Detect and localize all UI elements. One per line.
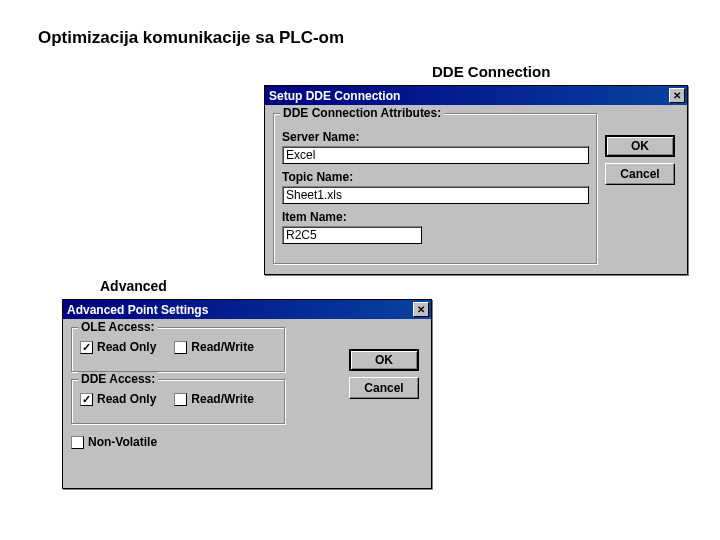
dde-read-write-label: Read/Write bbox=[191, 392, 253, 406]
close-icon[interactable]: ✕ bbox=[413, 302, 429, 317]
ole-read-write-checkbox[interactable]: Read/Write bbox=[174, 340, 253, 354]
ok-button[interactable]: OK bbox=[605, 135, 675, 157]
non-volatile-label: Non-Volatile bbox=[88, 435, 157, 449]
ole-read-only-checkbox[interactable]: Read Only bbox=[80, 340, 156, 354]
dde-group-legend: DDE Connection Attributes: bbox=[280, 106, 444, 120]
cancel-button[interactable]: Cancel bbox=[349, 377, 419, 399]
dde-read-only-checkbox[interactable]: Read Only bbox=[80, 392, 156, 406]
checkbox-icon[interactable] bbox=[174, 341, 187, 354]
ole-access-group: OLE Access: Read Only Read/Write bbox=[71, 327, 286, 373]
advanced-dialog: Advanced Point Settings ✕ OLE Access: Re… bbox=[62, 299, 432, 489]
ok-button[interactable]: OK bbox=[349, 349, 419, 371]
dde-titlebar: Setup DDE Connection ✕ bbox=[265, 86, 687, 105]
advanced-titlebar: Advanced Point Settings ✕ bbox=[63, 300, 431, 319]
dde-dialog-title: Setup DDE Connection bbox=[269, 89, 400, 103]
dde-attributes-group: DDE Connection Attributes: Server Name: … bbox=[273, 113, 598, 265]
checkbox-icon[interactable] bbox=[174, 393, 187, 406]
ole-read-only-label: Read Only bbox=[97, 340, 156, 354]
ole-access-legend: OLE Access: bbox=[78, 320, 158, 334]
dde-section-label: DDE Connection bbox=[432, 63, 550, 80]
advanced-dialog-title: Advanced Point Settings bbox=[67, 303, 208, 317]
page-title: Optimizacija komunikacije sa PLC-om bbox=[38, 28, 344, 48]
dde-access-legend: DDE Access: bbox=[78, 372, 158, 386]
dde-dialog: Setup DDE Connection ✕ DDE Connection At… bbox=[264, 85, 688, 275]
close-icon[interactable]: ✕ bbox=[669, 88, 685, 103]
dde-access-group: DDE Access: Read Only Read/Write bbox=[71, 379, 286, 425]
server-name-input[interactable] bbox=[282, 146, 589, 164]
item-name-input[interactable] bbox=[282, 226, 422, 244]
checkbox-icon[interactable] bbox=[71, 436, 84, 449]
checkbox-icon[interactable] bbox=[80, 341, 93, 354]
dde-read-write-checkbox[interactable]: Read/Write bbox=[174, 392, 253, 406]
advanced-section-label: Advanced bbox=[100, 278, 167, 294]
item-name-label: Item Name: bbox=[282, 210, 589, 224]
server-name-label: Server Name: bbox=[282, 130, 589, 144]
non-volatile-checkbox[interactable]: Non-Volatile bbox=[71, 435, 286, 449]
dde-read-only-label: Read Only bbox=[97, 392, 156, 406]
topic-name-label: Topic Name: bbox=[282, 170, 589, 184]
ole-read-write-label: Read/Write bbox=[191, 340, 253, 354]
cancel-button[interactable]: Cancel bbox=[605, 163, 675, 185]
topic-name-input[interactable] bbox=[282, 186, 589, 204]
checkbox-icon[interactable] bbox=[80, 393, 93, 406]
